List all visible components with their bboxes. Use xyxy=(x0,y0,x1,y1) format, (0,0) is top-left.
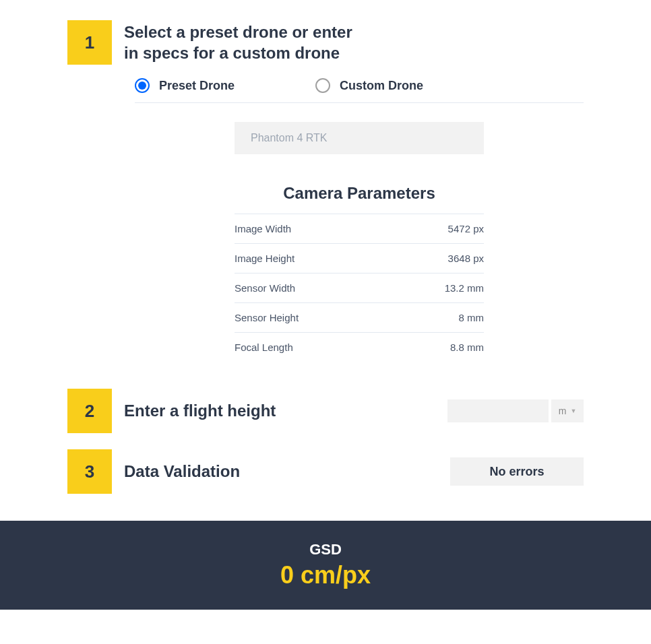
param-row: Sensor Height 8 mm xyxy=(235,302,484,332)
step-3-number: 3 xyxy=(67,449,112,494)
param-value: 8 mm xyxy=(459,312,485,323)
camera-params-heading: Camera Parameters xyxy=(135,184,584,203)
step-1-title-line1: Select a preset drone or enter xyxy=(124,22,352,42)
step-2-row: 2 Enter a flight height ▲▼ m ▼ xyxy=(0,389,651,433)
gsd-number: 0 xyxy=(280,561,294,589)
step-3-title: Data Validation xyxy=(124,461,450,482)
param-row: Sensor Width 13.2 mm xyxy=(235,273,484,302)
radio-icon xyxy=(135,78,150,93)
radio-label: Preset Drone xyxy=(159,79,235,93)
flight-height-controls: ▲▼ m ▼ xyxy=(447,399,584,422)
flight-height-input-wrap[interactable]: ▲▼ xyxy=(447,399,549,422)
chevron-down-icon: ▼ xyxy=(570,408,576,414)
radio-custom-drone[interactable]: Custom Drone xyxy=(315,78,423,93)
result-panel: GSD 0 cm/px xyxy=(0,521,651,610)
param-value: 5472 px xyxy=(448,223,484,234)
unit-value: m xyxy=(559,406,567,416)
step-3-row: 3 Data Validation No errors xyxy=(0,449,651,494)
gsd-value: 0 cm/px xyxy=(0,561,651,589)
param-value: 3648 px xyxy=(448,253,484,264)
flight-height-unit-select[interactable]: m ▼ xyxy=(551,399,584,422)
param-row: Focal Length 8.8 mm xyxy=(235,332,484,362)
param-label: Sensor Width xyxy=(235,282,295,294)
param-label: Image Height xyxy=(235,253,294,264)
camera-params-table: Image Width 5472 px Image Height 3648 px… xyxy=(235,214,484,362)
param-value: 13.2 mm xyxy=(445,282,484,294)
preset-drone-selected-value: Phantom 4 RTK xyxy=(251,132,328,144)
preset-drone-select[interactable]: Phantom 4 RTK xyxy=(235,122,484,154)
step-1-content: Preset Drone Custom Drone Phantom 4 RTK … xyxy=(0,78,651,362)
validation-status: No errors xyxy=(450,457,584,486)
step-2-number: 2 xyxy=(67,389,112,433)
step-1-header: 1 Select a preset drone or enter in spec… xyxy=(0,20,651,65)
param-row: Image Width 5472 px xyxy=(235,214,484,243)
step-1-number: 1 xyxy=(67,20,112,65)
radio-label: Custom Drone xyxy=(340,79,423,93)
gsd-label: GSD xyxy=(0,541,651,558)
step-2-title: Enter a flight height xyxy=(124,400,447,421)
radio-preset-drone[interactable]: Preset Drone xyxy=(135,78,235,93)
step-1-title: Select a preset drone or enter in specs … xyxy=(124,22,352,63)
param-value: 8.8 mm xyxy=(450,342,484,353)
param-label: Sensor Height xyxy=(235,312,299,323)
drone-type-radio-group: Preset Drone Custom Drone xyxy=(135,78,584,103)
radio-icon xyxy=(315,78,330,93)
param-label: Focal Length xyxy=(235,342,293,353)
gsd-unit: cm/px xyxy=(301,561,371,589)
param-label: Image Width xyxy=(235,223,291,234)
param-row: Image Height 3648 px xyxy=(235,243,484,273)
step-1-title-line2: in specs for a custom drone xyxy=(124,42,352,63)
